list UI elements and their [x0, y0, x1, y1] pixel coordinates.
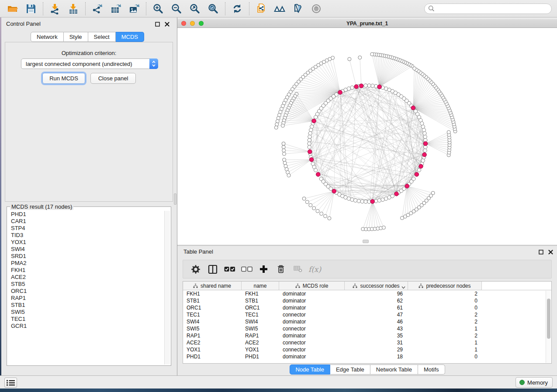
table-row[interactable]: PHD1PHD1dominator180	[183, 353, 551, 360]
table-cell: 18	[345, 354, 408, 360]
tab-select[interactable]: Select	[88, 32, 116, 42]
eye-button[interactable]	[309, 1, 324, 16]
zoom-out-button[interactable]	[169, 1, 184, 16]
mcds-result-item[interactable]: GCR1	[8, 323, 170, 330]
table-row[interactable]: ORC1ORC1dominator610	[183, 304, 551, 311]
network-canvas[interactable]	[177, 28, 557, 244]
export-table-button[interactable]	[108, 1, 123, 16]
float-panel-button[interactable]	[154, 21, 160, 27]
mcds-result-item[interactable]: STP4	[8, 225, 170, 232]
zoom-in-button[interactable]	[151, 1, 166, 16]
mcds-result-item[interactable]: PMA2	[8, 260, 170, 267]
control-panel-tabs: Network Style Select MCDS	[31, 32, 144, 42]
network-window-titlebar[interactable]: YPA_prune.txt_1	[177, 19, 557, 28]
table-cell: FKH1	[183, 291, 242, 297]
export-network-button[interactable]	[90, 1, 105, 16]
table-scrollbar[interactable]	[546, 291, 551, 363]
mcds-result-item[interactable]: SWI4	[8, 246, 170, 253]
clone-network-icon	[256, 3, 267, 14]
mcds-result-item[interactable]: SRD1	[8, 253, 170, 260]
splitter-grip[interactable]	[174, 193, 176, 205]
binoculars-button[interactable]	[272, 1, 287, 16]
column-header-name[interactable]: name	[242, 282, 279, 290]
import-network-button[interactable]	[48, 1, 62, 16]
add-column-button[interactable]	[257, 262, 271, 276]
style-preview-button[interactable]	[291, 1, 305, 16]
tab-network[interactable]: Network	[31, 32, 64, 42]
horizontal-splitter-grip[interactable]	[363, 240, 369, 243]
mcds-result-item[interactable]: STB1	[8, 302, 170, 309]
run-mcds-button[interactable]: Run MCDS	[42, 73, 85, 84]
mcds-result-item[interactable]: STB5	[8, 281, 170, 288]
mcds-result-item[interactable]: CAR1	[8, 218, 170, 225]
column-header-shared-name[interactable]: shared name	[183, 282, 242, 290]
table-row[interactable]: STB1STB1dominator620	[183, 297, 551, 304]
close-table-panel-button[interactable]	[547, 249, 554, 255]
mcds-result-item[interactable]: RAP1	[8, 295, 170, 302]
delete-column-button[interactable]	[274, 262, 288, 276]
column-header-mcds-role[interactable]: MCDS role	[279, 282, 345, 290]
column-header-successor-nodes[interactable]: successor nodes	[345, 282, 408, 290]
mcds-buttons: Run MCDS Close panel	[5, 73, 173, 84]
window-maximize-button[interactable]	[199, 21, 204, 26]
float-table-panel-button[interactable]	[538, 249, 544, 255]
table-row[interactable]: RAP1RAP1dominator352	[183, 332, 551, 339]
window-close-button[interactable]	[181, 21, 186, 26]
search-input[interactable]	[435, 4, 551, 13]
close-panel-button[interactable]	[164, 21, 170, 27]
mcds-result-item[interactable]: YOX1	[8, 239, 170, 246]
control-panel-title: Control Panel	[6, 21, 41, 27]
mcds-result-item[interactable]: ACE2	[8, 274, 170, 281]
column-pane-button[interactable]	[206, 262, 220, 276]
mcds-result-item[interactable]: ORC1	[8, 288, 170, 295]
memory-button[interactable]: Memory	[515, 377, 553, 388]
mcds-result-item[interactable]: SWI5	[8, 309, 170, 316]
deselect-all-button[interactable]	[240, 262, 254, 276]
tab-motifs[interactable]: Motifs	[418, 364, 445, 375]
import-table-button[interactable]	[66, 1, 81, 16]
zoom-fit-button[interactable]	[187, 1, 202, 16]
tab-mcds[interactable]: MCDS	[116, 32, 144, 42]
table-row[interactable]: SWI4SWI4dominator462	[183, 318, 551, 325]
clone-network-button[interactable]	[254, 1, 269, 16]
toolbar-separator	[146, 2, 146, 15]
function-builder-button[interactable]: f(x)	[308, 262, 322, 276]
mcds-result-item[interactable]: TEC1	[8, 316, 170, 323]
table-row[interactable]: TEC1TEC1connector472	[183, 311, 551, 318]
panel-splitter[interactable]	[173, 17, 177, 375]
refresh-button[interactable]	[230, 1, 245, 16]
tab-style[interactable]: Style	[64, 32, 88, 42]
tab-edge-table[interactable]: Edge Table	[330, 364, 370, 375]
table-row[interactable]: ACE2ACE2connector311	[183, 339, 551, 346]
criterion-select[interactable]: largest connected component (undirected)	[21, 58, 158, 69]
sort-descending-icon	[401, 286, 405, 289]
select-all-icon	[224, 266, 235, 272]
tab-network-table[interactable]: Network Table	[370, 364, 418, 375]
mcds-pane: Optimization criterion: largest connecte…	[5, 42, 173, 202]
table-row[interactable]: YOX1YOX1connector291	[183, 346, 551, 353]
export-image-button[interactable]	[127, 1, 142, 16]
save-button[interactable]	[24, 1, 38, 16]
select-all-button[interactable]	[223, 262, 237, 276]
delete-table-button[interactable]	[291, 262, 305, 276]
main-toolbar	[0, 0, 557, 17]
table-settings-button[interactable]	[189, 262, 203, 276]
mcds-result-item[interactable]: PHD1	[8, 211, 170, 218]
table-row[interactable]: FKH1FKH1dominator962	[183, 290, 551, 297]
column-header-predecessor-nodes[interactable]: predecessor nodes	[408, 282, 482, 290]
table-row[interactable]: SWI5SWI5connector431	[183, 325, 551, 332]
task-history-button[interactable]	[4, 378, 17, 388]
mcds-result-list[interactable]: PHD1CAR1STP4TID3YOX1SWI4SRD1PMA2FKH1ACE2…	[8, 211, 170, 364]
mcds-result-item[interactable]: TID3	[8, 232, 170, 239]
result-scrollbar[interactable]	[164, 211, 170, 364]
window-minimize-button[interactable]	[190, 21, 195, 26]
float-icon	[539, 250, 543, 254]
zoom-selected-button[interactable]	[206, 1, 221, 16]
mcds-result-item[interactable]: FKH1	[8, 267, 170, 274]
table-cell: 35	[345, 333, 408, 339]
open-button[interactable]	[5, 1, 20, 16]
table-scrollbar-thumb[interactable]	[547, 299, 550, 339]
tab-node-table[interactable]: Node Table	[289, 364, 330, 375]
toolbar-separator	[85, 2, 86, 15]
close-mcds-panel-button[interactable]: Close panel	[90, 73, 136, 84]
